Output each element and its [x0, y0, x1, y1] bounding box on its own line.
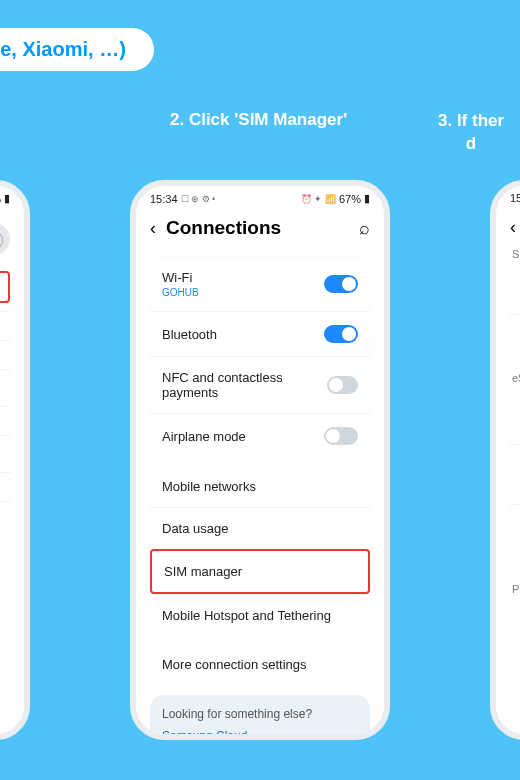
bluetooth-toggle[interactable]	[324, 325, 358, 343]
esim-row[interactable]: 2	[510, 444, 520, 504]
row-mobile-networks[interactable]: Mobile networks	[150, 466, 370, 507]
row-data-usage[interactable]: Data usage	[150, 507, 370, 549]
esim-row[interactable]	[510, 396, 520, 444]
add-esim-row[interactable]: +	[510, 504, 520, 567]
row-hotspot[interactable]: Mobile Hotspot and Tethering	[150, 594, 370, 636]
row-label: Bluetooth	[162, 327, 217, 342]
row-sim-manager[interactable]: SIM manager	[150, 549, 370, 594]
step-3-label: 3. If ther d	[438, 110, 504, 156]
section-sim-cards: SIM ca	[496, 244, 520, 260]
row-label: Mobile Hotspot and Tethering	[162, 608, 331, 623]
row-bluetooth[interactable]: Bluetooth	[150, 311, 370, 356]
row-label: Airplane mode	[162, 429, 246, 444]
back-icon[interactable]: ‹	[510, 218, 516, 236]
row-label: More connection settings	[162, 657, 307, 672]
list-item[interactable]	[0, 340, 10, 369]
battery-icon: ▮	[4, 192, 10, 205]
status-time: 15:34	[510, 192, 520, 204]
status-signal-icons: ⏰ ✦ 📶	[301, 194, 336, 204]
page-title: Connections	[166, 217, 349, 239]
status-bar: 15:34	[496, 186, 520, 206]
section-esims: eSIMs	[496, 368, 520, 384]
row-sublabel: GOHUB	[162, 287, 199, 298]
looking-for-card: Looking for something else? Samsung Clou…	[150, 695, 370, 740]
battery-icon: ▮	[364, 192, 370, 205]
row-more-settings[interactable]: More connection settings	[150, 644, 370, 685]
row-nfc[interactable]: NFC and contactless payments	[150, 356, 370, 413]
back-icon[interactable]: ‹	[150, 219, 156, 237]
nfc-toggle[interactable]	[327, 376, 358, 394]
status-bar: 15:34 ☐ ⊕ ⚙ • ⏰ ✦ 📶 67% ▮	[0, 186, 24, 207]
app-bar: ‹ S	[496, 206, 520, 244]
status-time: 15:34	[150, 193, 178, 205]
list-item[interactable]	[0, 311, 10, 340]
app-bar: ‹ Connections ⌕	[136, 207, 384, 245]
row-label: Mobile networks	[162, 479, 256, 494]
row-airplane[interactable]: Airplane mode	[150, 413, 370, 458]
row-label: Wi-Fi	[162, 270, 199, 285]
list-item[interactable]	[0, 472, 10, 501]
header-pill: oogle, Xiaomi, …)	[0, 28, 154, 71]
wifi-toggle[interactable]	[324, 275, 358, 293]
list-item[interactable]	[0, 435, 10, 464]
row-wifi[interactable]: Wi-Fi GOHUB	[150, 257, 370, 311]
row-label: Data usage	[162, 521, 229, 536]
airplane-toggle[interactable]	[324, 427, 358, 445]
pill-text: oogle, Xiaomi, …)	[0, 38, 126, 60]
highlighted-row[interactable]	[0, 271, 10, 303]
row-label: NFC and contactless payments	[162, 370, 327, 400]
step-2-label: 2. Click 'SIM Manager'	[170, 110, 347, 130]
avatar-icon[interactable]: ◯	[0, 223, 10, 255]
sim-card-row[interactable]	[510, 272, 520, 314]
sim-card-row[interactable]	[510, 314, 520, 356]
list-item[interactable]	[0, 369, 10, 398]
status-bar: 15:34 ☐ ⊕ ⚙ • ⏰ ✦ 📶 67% ▮	[136, 186, 384, 207]
preferred-calls-row[interactable]: Calls MY VI	[510, 607, 520, 660]
status-battery-pct: 67%	[0, 193, 1, 205]
status-indicator-icons: ☐ ⊕ ⚙ •	[181, 194, 216, 204]
row-label: SIM manager	[164, 564, 242, 579]
phone-screenshot-right: 15:34 ‹ S SIM ca eSIMs 2 + Prefe	[490, 180, 520, 740]
looking-question: Looking for something else?	[162, 707, 358, 721]
search-icon[interactable]: ⌕	[359, 218, 370, 239]
phone-screenshot-middle: 15:34 ☐ ⊕ ⚙ • ⏰ ✦ 📶 67% ▮ ‹ Connections …	[130, 180, 390, 740]
link-samsung-cloud[interactable]: Samsung Cloud	[162, 729, 358, 740]
list-item[interactable]	[0, 406, 10, 435]
phone-screenshot-left: 15:34 ☐ ⊕ ⚙ • ⏰ ✦ 📶 67% ▮ ◯	[0, 180, 30, 740]
list-item[interactable]	[0, 501, 10, 530]
status-battery-pct: 67%	[339, 193, 361, 205]
section-preferred: Prefe	[496, 579, 520, 595]
